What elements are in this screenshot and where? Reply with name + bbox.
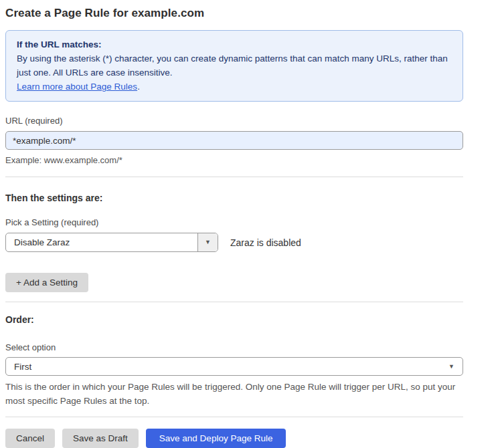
info-box-body: By using the asterisk (*) character, you… bbox=[17, 51, 452, 80]
setting-status-text: Zaraz is disabled bbox=[230, 237, 301, 248]
save-and-deploy-button[interactable]: Save and Deploy Page Rule bbox=[146, 429, 286, 448]
info-box-heading: If the URL matches: bbox=[17, 37, 452, 51]
form-actions: Cancel Save as Draft Save and Deploy Pag… bbox=[5, 429, 463, 448]
save-as-draft-button[interactable]: Save as Draft bbox=[62, 429, 139, 448]
divider bbox=[5, 417, 463, 417]
divider bbox=[5, 302, 463, 302]
url-field-label: URL (required) bbox=[5, 116, 463, 126]
info-box-link-line: Learn more about Page Rules. bbox=[17, 80, 452, 94]
setting-dropdown[interactable]: Disable Zaraz ▼ bbox=[5, 233, 218, 252]
page-rule-form: Create a Page Rule for example.com If th… bbox=[5, 0, 463, 448]
setting-row: Disable Zaraz ▼ Zaraz is disabled bbox=[5, 233, 463, 252]
settings-section-heading: Then the settings are: bbox=[5, 193, 463, 203]
learn-more-link[interactable]: Learn more about Page Rules bbox=[17, 82, 137, 92]
url-example-help: Example: www.example.com/* bbox=[5, 154, 463, 167]
setting-dropdown-value: Disable Zaraz bbox=[6, 233, 197, 251]
order-help-text: This is the order in which your Page Rul… bbox=[5, 380, 463, 408]
url-match-info-box: If the URL matches: By using the asteris… bbox=[5, 30, 463, 102]
order-select-value: First bbox=[14, 362, 448, 372]
link-suffix: . bbox=[137, 82, 140, 92]
page-title: Create a Page Rule for example.com bbox=[5, 7, 463, 20]
setting-dropdown-arrow-button[interactable]: ▼ bbox=[197, 233, 218, 251]
cancel-button[interactable]: Cancel bbox=[5, 429, 55, 448]
order-select-label: Select option bbox=[5, 342, 463, 352]
chevron-down-icon: ▼ bbox=[448, 364, 454, 370]
order-section-heading: Order: bbox=[5, 314, 463, 325]
add-setting-button[interactable]: + Add a Setting bbox=[5, 273, 88, 292]
url-input[interactable] bbox=[5, 131, 463, 150]
order-select[interactable]: First ▼ bbox=[5, 357, 463, 376]
chevron-down-icon: ▼ bbox=[205, 239, 211, 245]
pick-setting-label: Pick a Setting (required) bbox=[5, 217, 463, 227]
divider bbox=[5, 177, 463, 177]
